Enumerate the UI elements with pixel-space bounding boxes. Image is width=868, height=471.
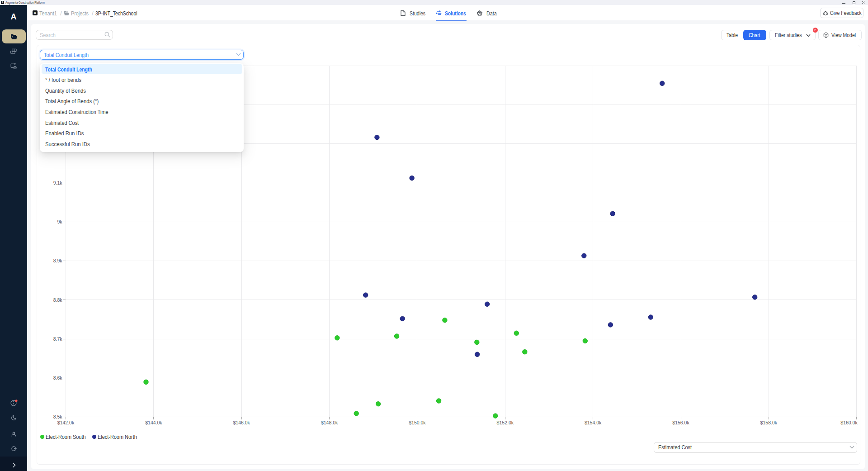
- svg-text:$146.0k: $146.0k: [233, 420, 250, 425]
- svg-text:$154.0k: $154.0k: [585, 420, 602, 425]
- svg-text:8.5k: 8.5k: [53, 414, 63, 419]
- svg-text:$148.0k: $148.0k: [321, 420, 338, 425]
- svg-text:$158.0k: $158.0k: [760, 420, 778, 425]
- svg-text:$152.0k: $152.0k: [497, 420, 514, 425]
- svg-text:$144.0k: $144.0k: [145, 420, 162, 425]
- svg-text:8.7k: 8.7k: [53, 336, 63, 342]
- svg-text:$156.0k: $156.0k: [672, 420, 689, 425]
- svg-text:$150.0k: $150.0k: [409, 420, 426, 425]
- svg-text:$142.0k: $142.0k: [57, 420, 75, 425]
- svg-text:$160.0k: $160.0k: [840, 420, 858, 425]
- svg-text:9k: 9k: [57, 219, 62, 224]
- svg-text:9.1k: 9.1k: [53, 180, 63, 186]
- svg-text:8.6k: 8.6k: [53, 375, 63, 381]
- svg-text:8.8k: 8.8k: [53, 297, 63, 303]
- svg-text:8.9k: 8.9k: [53, 258, 63, 263]
